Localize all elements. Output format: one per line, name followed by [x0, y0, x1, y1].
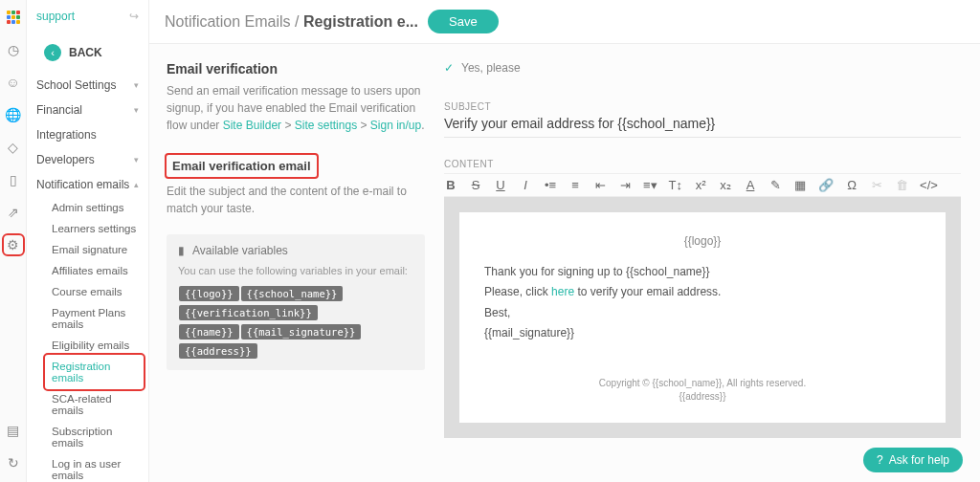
- chevron-up-icon: ▴: [134, 180, 139, 189]
- indent-icon[interactable]: ⇥: [618, 178, 632, 192]
- email-verification-title: Email verification: [167, 61, 425, 77]
- support-row: support ↪: [27, 6, 148, 27]
- sidebar-item-learners-settings[interactable]: Learners settings: [46, 218, 148, 239]
- font-size-icon[interactable]: T↕: [669, 178, 682, 192]
- back-label: BACK: [69, 46, 102, 59]
- var-tag[interactable]: {{mail_signature}}: [241, 324, 362, 340]
- vars-title: Available variables: [192, 244, 288, 257]
- breadcrumb-parent[interactable]: Notification Emails: [165, 13, 291, 30]
- breadcrumb-current: Registration e...: [303, 13, 418, 30]
- chevron-down-icon: ▾: [134, 105, 139, 115]
- available-variables-box: ▮Available variables You can use the fol…: [167, 234, 425, 370]
- body-footer: Copyright © {{school_name}}, All rights …: [484, 377, 921, 404]
- rail-clipboard-icon[interactable]: ▤: [6, 423, 21, 438]
- sidebar-item-admin-settings[interactable]: Admin settings: [46, 197, 148, 218]
- body-line-3: Best,: [484, 303, 921, 324]
- logout-icon[interactable]: ↪: [129, 10, 139, 23]
- chevron-down-icon: ▾: [134, 80, 139, 90]
- link-sign-in-up[interactable]: Sign in/up: [370, 119, 421, 132]
- back-arrow-icon: ‹: [44, 44, 61, 61]
- back-button[interactable]: ‹ BACK: [34, 40, 141, 65]
- rail-phone-icon[interactable]: ▯: [6, 172, 21, 187]
- chevron-down-icon: ▾: [134, 155, 139, 164]
- sidebar-item-financial[interactable]: Financial▾: [27, 98, 148, 122]
- body-verify-link[interactable]: here: [551, 285, 574, 298]
- subject-input[interactable]: Verify your email address for {{school_n…: [444, 116, 961, 138]
- edit-icon[interactable]: ✎: [768, 178, 782, 192]
- sidebar-item-eligibility-emails[interactable]: Eligibility emails: [46, 335, 148, 356]
- yes-please-label: Yes, please: [461, 61, 521, 75]
- var-tag[interactable]: {{address}}: [179, 343, 257, 359]
- vars-desc: You can use the following variables in y…: [178, 265, 413, 276]
- strike-icon[interactable]: S: [469, 178, 482, 192]
- icon-rail: ◷ ☺ 🌐 ◇ ▯ ⇗ ⚙ ▤ ↻: [0, 0, 27, 482]
- notification-emails-submenu: Admin settings Learners settings Email s…: [27, 197, 148, 482]
- right-column: ✓ Yes, please SUBJECT Verify your email …: [436, 44, 980, 482]
- sidebar-item-email-signature[interactable]: Email signature: [46, 239, 148, 260]
- sidebar-item-sca-related-emails[interactable]: SCA-related emails: [46, 388, 148, 421]
- subscript-icon[interactable]: x₂: [719, 178, 732, 192]
- sidebar-item-developers[interactable]: Developers▾: [27, 147, 148, 172]
- editor-wrapper: {{logo}} Thank you for signing up to {{s…: [444, 197, 961, 438]
- rail-chart-icon[interactable]: ⇗: [6, 205, 21, 220]
- info-icon: ▮: [178, 244, 185, 257]
- sidebar-item-course-emails[interactable]: Course emails: [46, 281, 148, 302]
- sidebar-item-affiliates-emails[interactable]: Affiliates emails: [46, 260, 148, 281]
- sidebar-item-registration-emails[interactable]: Registration emails: [46, 356, 143, 388]
- email-verification-email-title: Email verification email: [167, 155, 317, 177]
- rail-settings-icon[interactable]: ⚙: [6, 237, 21, 252]
- cut-icon[interactable]: ✂: [870, 178, 883, 192]
- rail-clock-icon[interactable]: ◷: [6, 42, 21, 57]
- body-line-2: Please, click here to verify your email …: [484, 282, 921, 303]
- sidebar-item-notification-emails[interactable]: Notification emails▴: [27, 172, 148, 197]
- rail-globe-icon[interactable]: 🌐: [6, 107, 21, 122]
- sidebar-item-login-as-user-emails[interactable]: Log in as user emails: [46, 453, 148, 482]
- var-tag[interactable]: {{school_name}}: [241, 286, 344, 301]
- omega-icon[interactable]: Ω: [845, 178, 858, 192]
- italic-icon[interactable]: I: [519, 178, 532, 192]
- editor-toolbar: B S U I •≡ ≡ ⇤ ⇥ ≡▾ T↕ x² x₂ A ✎ ▦ 🔗 Ω: [444, 173, 961, 197]
- link-site-settings[interactable]: Site settings: [295, 119, 357, 132]
- check-icon: ✓: [444, 61, 454, 75]
- content-label: CONTENT: [444, 159, 961, 169]
- help-icon: ?: [877, 453, 883, 467]
- sidebar-item-subscription-emails[interactable]: Subscription emails: [46, 421, 148, 453]
- ask-help-label: Ask for help: [889, 453, 949, 467]
- main-area: Notification Emails / Registration e... …: [149, 0, 980, 482]
- rail-tag-icon[interactable]: ◇: [6, 140, 21, 155]
- subject-label: SUBJECT: [444, 101, 961, 112]
- var-tag[interactable]: {{verification_link}}: [179, 305, 318, 320]
- link-site-builder[interactable]: Site Builder: [223, 119, 281, 132]
- var-tag[interactable]: {{name}}: [179, 324, 239, 340]
- ask-for-help-button[interactable]: ? Ask for help: [863, 448, 963, 472]
- enable-toggle-row[interactable]: ✓ Yes, please: [444, 61, 961, 75]
- trash-icon[interactable]: 🗑: [895, 178, 908, 192]
- align-icon[interactable]: ≡▾: [643, 178, 657, 192]
- image-icon[interactable]: ▦: [793, 178, 807, 192]
- link-icon[interactable]: 🔗: [818, 178, 834, 192]
- bold-icon[interactable]: B: [444, 178, 457, 192]
- outdent-icon[interactable]: ⇤: [593, 178, 607, 192]
- top-bar: Notification Emails / Registration e... …: [149, 0, 980, 44]
- sidebar-item-integrations[interactable]: Integrations: [27, 122, 148, 147]
- sidebar-item-payment-plans-emails[interactable]: Payment Plans emails: [46, 302, 148, 335]
- support-label: support: [36, 10, 75, 23]
- sidebar-item-school-settings[interactable]: School Settings▾: [27, 73, 148, 98]
- text-color-icon[interactable]: A: [744, 178, 757, 192]
- email-verification-desc: Send an email verification message to us…: [167, 82, 425, 134]
- body-logo: {{logo}}: [484, 231, 921, 252]
- superscript-icon[interactable]: x²: [694, 178, 707, 192]
- rail-refresh-icon[interactable]: ↻: [6, 455, 21, 471]
- body-line-1: Thank you for signing up to {{school_nam…: [484, 262, 921, 283]
- code-icon[interactable]: </>: [920, 178, 938, 192]
- underline-icon[interactable]: U: [494, 178, 507, 192]
- var-tag[interactable]: {{logo}}: [179, 286, 239, 301]
- save-button[interactable]: Save: [428, 10, 499, 33]
- breadcrumb: Notification Emails / Registration e...: [165, 13, 418, 31]
- body-line-4: {{mail_signature}}: [484, 323, 921, 344]
- email-body-editor[interactable]: {{logo}} Thank you for signing up to {{s…: [459, 212, 946, 423]
- ordered-list-icon[interactable]: ≡: [568, 178, 582, 192]
- rail-users-icon[interactable]: ☺: [6, 75, 21, 90]
- logo-icon[interactable]: [6, 10, 21, 25]
- bullet-list-icon[interactable]: •≡: [544, 178, 557, 192]
